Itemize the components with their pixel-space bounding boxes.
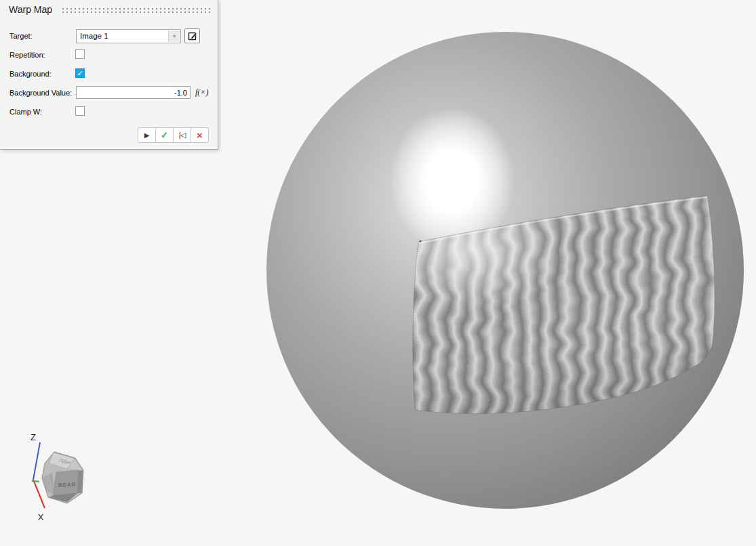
accept-check-icon: ✓ [161,130,168,140]
repetition-label: Repetition: [9,51,45,59]
nav-cube-front-label[interactable]: REAR [58,482,77,488]
jump-to-start-icon: |◁ [179,131,185,140]
repetition-checkbox[interactable] [75,49,85,59]
jump-to-start-button[interactable]: |◁ [173,127,191,143]
axis-z-line [33,442,40,480]
background-value-label: Background Value: [9,89,72,97]
target-dropdown[interactable]: Image 1 ▾ [76,29,181,43]
fx-expression-button[interactable]: f(×) [195,87,208,98]
play-icon: ▶ [144,131,150,139]
target-label: Target: [9,32,33,40]
axis-x-label: X [38,512,44,522]
background-checkbox[interactable]: ✓ [75,68,85,78]
edit-target-button[interactable] [184,28,200,43]
edit-pencil-icon [188,31,197,41]
axis-z-label: Z [31,432,36,442]
patch-corner-artifact [419,240,421,242]
warp-map-panel: Warp Map Target: Image 1 ▾ Repetition: B… [0,0,218,150]
axis-y-line [32,481,39,482]
sphere-object[interactable] [266,32,749,509]
cancel-x-icon: × [197,131,203,140]
axis-x-line [33,480,45,508]
background-label: Background: [9,70,52,78]
chevron-down-icon[interactable]: ▾ [168,30,180,42]
play-button[interactable]: ▶ [138,127,156,143]
target-dropdown-value: Image 1 [80,32,108,40]
clamp-w-label: Clamp W: [9,108,42,116]
nav-cube[interactable]: Z X TOP REAR RIGHT [31,432,83,522]
panel-title: Warp Map [9,4,52,15]
accept-button[interactable]: ✓ [155,127,174,143]
clamp-w-checkbox[interactable] [75,106,85,116]
cancel-button[interactable]: × [191,127,209,143]
background-value-input[interactable] [76,86,191,99]
panel-drag-grip[interactable] [62,8,211,14]
panel-action-buttons: ▶ ✓ |◁ × [138,127,209,143]
checkmark-icon: ✓ [76,69,84,77]
